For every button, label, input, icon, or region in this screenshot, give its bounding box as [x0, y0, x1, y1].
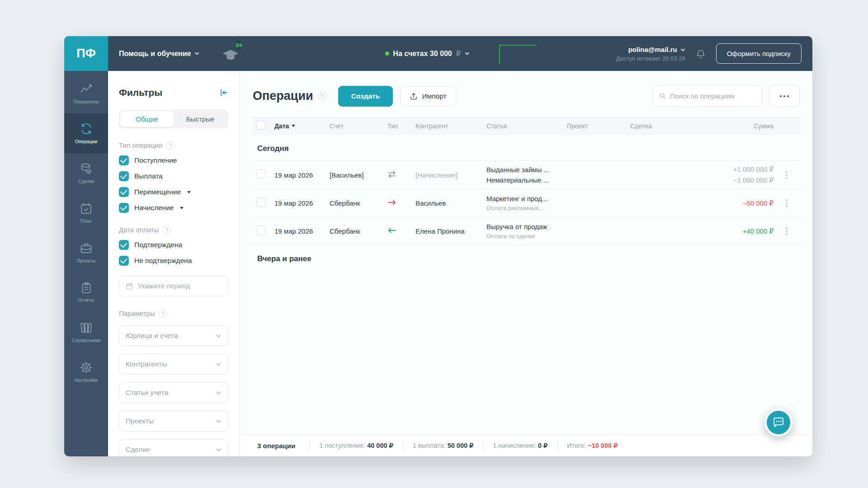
row-checkbox[interactable] — [256, 198, 265, 207]
row-menu-button[interactable] — [774, 171, 800, 179]
sidebar-item-reports[interactable]: Отчёты — [64, 272, 108, 312]
dropdown-articles[interactable]: Статьи учета — [119, 382, 228, 403]
balance-sparkline — [491, 43, 546, 64]
row-counterparty: [Начисление] — [415, 171, 486, 179]
help-icon[interactable]: ? — [162, 225, 171, 234]
row-account: Сбербанк — [330, 227, 387, 235]
chevron-down-icon — [194, 51, 199, 56]
checkbox-confirmed[interactable]: Подтверждена — [119, 240, 228, 250]
table-row[interactable]: 19 мар 2026 [Васильев] [Начисление] Выда… — [253, 160, 800, 189]
sidebar-item-directories[interactable]: Справочники — [64, 312, 108, 352]
stat-total: Итого: −10 000 ₽ — [567, 442, 618, 449]
row-account: Сбербанк — [330, 199, 387, 207]
select-all-checkbox[interactable] — [256, 121, 265, 130]
chevron-down-icon — [216, 361, 222, 367]
checkbox-checked-icon — [119, 171, 129, 181]
row-date: 19 мар 2026 — [274, 227, 330, 235]
sidebar-item-projects[interactable]: Проекты — [64, 233, 108, 272]
row-article: Маркетинг и прод... Оплата рекламных... — [486, 195, 567, 211]
app-logo[interactable]: ПФ — [64, 36, 108, 71]
accounts-label: На счетах — [393, 50, 428, 57]
chevron-down-icon — [216, 333, 222, 339]
app-window: ПФ Помощь и обучение 3/4 На счетах 30 00… — [64, 36, 812, 456]
dropdown-projects[interactable]: Проекты — [119, 411, 228, 432]
filter-tabs: Общие Быстрые — [119, 110, 228, 128]
sidebar-item-plan[interactable]: План — [64, 193, 108, 233]
row-checkbox[interactable] — [256, 226, 265, 235]
sidebar-item-operations[interactable]: Операции — [64, 113, 108, 153]
column-amount[interactable]: Сумма — [698, 122, 774, 130]
row-amount: −50 000 ₽ — [698, 199, 774, 207]
training-progress[interactable]: 3/4 — [222, 45, 240, 63]
dropdown-deals[interactable]: Сделки — [119, 439, 228, 456]
expand-caret-icon[interactable] — [187, 191, 191, 193]
more-actions-button[interactable] — [769, 85, 800, 107]
help-icon[interactable]: ? — [159, 309, 167, 318]
sidebar-item-settings[interactable]: Настройки — [64, 352, 108, 392]
search-input[interactable] — [670, 92, 756, 100]
table-row[interactable]: 19 мар 2026 Сбербанк Васильев Маркетинг … — [253, 189, 800, 217]
subscribe-button[interactable]: Оформить подписку — [716, 43, 802, 64]
help-icon[interactable]: ? — [166, 141, 175, 150]
chevron-down-icon — [216, 447, 222, 453]
sidebar-item-deals[interactable]: Сделки — [64, 153, 108, 193]
checkbox-unconfirmed[interactable]: Не подтверждена — [119, 256, 228, 266]
tab-general[interactable]: Общие — [120, 111, 174, 127]
column-date[interactable]: Дата — [274, 122, 330, 130]
checkbox-outflow[interactable]: Выплата — [119, 171, 228, 181]
expand-caret-icon[interactable] — [180, 207, 184, 209]
period-input[interactable] — [138, 282, 222, 290]
help-menu-label: Помощь и обучение — [119, 50, 191, 58]
search-box[interactable] — [653, 85, 763, 107]
checkbox-checked-icon — [119, 155, 129, 165]
section-earlier: Вчера и ранее — [253, 245, 800, 271]
dropdown-counterparties[interactable]: Контрагенты — [119, 354, 228, 375]
progress-badge: 3/4 — [232, 39, 245, 52]
topbar: ПФ Помощь и обучение 3/4 На счетах 30 00… — [64, 36, 812, 71]
checkbox-checked-icon — [119, 240, 129, 250]
tab-quick[interactable]: Быстрые — [174, 111, 227, 127]
collapse-panel-icon[interactable] — [219, 88, 228, 97]
user-menu[interactable]: polina@mail.ru — [628, 45, 685, 54]
filters-title: Фильтры — [119, 87, 162, 98]
row-checkbox[interactable] — [256, 169, 265, 178]
briefcase-icon — [80, 242, 92, 254]
checkbox-inflow[interactable]: Поступление — [119, 155, 228, 165]
accounts-value: 30 000 — [430, 50, 452, 57]
column-account[interactable]: Счет — [330, 122, 387, 130]
column-counterparty[interactable]: Контрагент — [415, 122, 486, 130]
operation-type-label: Тип операции — [119, 141, 162, 149]
upload-icon — [410, 92, 418, 100]
main-content: Операции ? Создать Импорт Дата — [240, 71, 812, 456]
row-amount: +40 000 ₽ — [698, 227, 774, 235]
period-field[interactable] — [119, 276, 228, 296]
checkbox-accrual[interactable]: Начисление — [119, 203, 228, 213]
outflow-arrow-icon — [387, 199, 396, 206]
sidebar-item-indicators[interactable]: Показатели — [64, 74, 108, 113]
books-icon — [80, 322, 92, 334]
import-button[interactable]: Импорт — [400, 86, 456, 106]
calendar-icon — [126, 282, 133, 291]
help-icon[interactable]: ? — [318, 92, 326, 100]
column-deal[interactable]: Сделка — [630, 122, 698, 130]
filters-panel: Фильтры Общие Быстрые Тип операции ? Пос… — [108, 71, 240, 456]
table-header: Дата Счет Тип Контрагент Статья Проект С… — [253, 117, 800, 135]
calendar-icon — [80, 202, 92, 215]
accounts-balance-menu[interactable]: На счетах 30 000 ₽ — [385, 36, 470, 71]
sync-icon — [80, 122, 93, 135]
checkbox-transfer[interactable]: Перемещение — [119, 187, 228, 197]
table-row[interactable]: 19 мар 2026 Сбербанк Елена Пронина Выруч… — [253, 217, 800, 245]
sidebar: Показатели Операции Сделки План — [64, 71, 108, 456]
row-menu-button[interactable] — [774, 227, 800, 235]
bell-icon[interactable] — [695, 48, 706, 59]
chat-widget-button[interactable] — [764, 408, 793, 436]
clipboard-icon — [80, 282, 92, 294]
sort-caret-icon — [292, 125, 295, 127]
dropdown-legal-entities[interactable]: Юрлица и счета — [119, 325, 228, 346]
column-project[interactable]: Проект — [567, 122, 630, 130]
help-menu[interactable]: Помощь и обучение — [119, 50, 199, 58]
column-type[interactable]: Тип — [387, 122, 415, 130]
column-article[interactable]: Статья — [486, 122, 567, 130]
create-button[interactable]: Создать — [338, 86, 393, 107]
row-menu-button[interactable] — [774, 199, 800, 207]
